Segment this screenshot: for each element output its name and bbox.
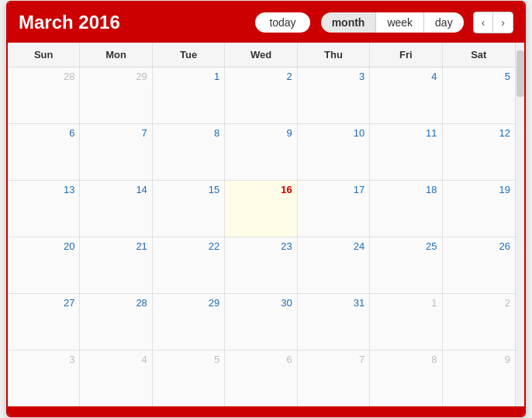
day-cell-w3d0[interactable]: 20 bbox=[8, 237, 80, 293]
day-cell-w3d5[interactable]: 25 bbox=[370, 237, 442, 293]
day-cell-w2d6[interactable]: 19 bbox=[443, 181, 515, 237]
day-cell-w2d5[interactable]: 18 bbox=[370, 181, 442, 237]
day-cell-w3d3[interactable]: 23 bbox=[225, 237, 297, 293]
day-number: 17 bbox=[302, 184, 364, 195]
day-view-button[interactable]: day bbox=[424, 12, 464, 33]
day-cell-w2d1[interactable]: 14 bbox=[80, 181, 152, 237]
day-cell-w1d4[interactable]: 10 bbox=[298, 124, 370, 180]
day-cell-w1d3[interactable]: 9 bbox=[225, 124, 297, 180]
day-header-sun: Sun bbox=[8, 43, 80, 67]
calendar-body: Sun Mon Tue Wed Thu Fri Sat 282912345678… bbox=[8, 43, 524, 406]
day-cell-w3d6[interactable]: 26 bbox=[443, 237, 515, 293]
day-cell-w0d2[interactable]: 1 bbox=[153, 67, 225, 123]
day-cell-w0d0[interactable]: 28 bbox=[8, 67, 80, 123]
day-number: 6 bbox=[230, 354, 292, 365]
calendar-container: March 2016 today month week day ‹ › Sun … bbox=[6, 1, 526, 417]
day-cell-w3d4[interactable]: 24 bbox=[298, 237, 370, 293]
day-cell-w2d4[interactable]: 17 bbox=[298, 181, 370, 237]
day-number: 1 bbox=[157, 71, 219, 82]
day-cell-w5d2[interactable]: 5 bbox=[153, 351, 225, 406]
day-number: 3 bbox=[12, 354, 74, 365]
day-cell-w5d6[interactable]: 9 bbox=[443, 351, 515, 406]
day-number: 20 bbox=[12, 240, 74, 252]
header-controls: today month week day ‹ › bbox=[254, 11, 513, 34]
day-number: 13 bbox=[12, 184, 74, 195]
day-cell-w4d5[interactable]: 1 bbox=[370, 294, 442, 350]
day-header-tue: Tue bbox=[153, 43, 225, 67]
day-number: 11 bbox=[375, 127, 437, 139]
day-cell-w5d5[interactable]: 8 bbox=[370, 351, 442, 406]
day-cell-w5d3[interactable]: 6 bbox=[225, 351, 297, 406]
next-button[interactable]: › bbox=[493, 12, 513, 33]
day-cell-w1d5[interactable]: 11 bbox=[370, 124, 442, 180]
calendar-grid: Sun Mon Tue Wed Thu Fri Sat 282912345678… bbox=[8, 43, 515, 406]
day-number: 19 bbox=[447, 184, 510, 195]
day-cell-w2d0[interactable]: 13 bbox=[8, 181, 80, 237]
day-cell-w4d3[interactable]: 30 bbox=[225, 294, 297, 350]
day-cell-w5d4[interactable]: 7 bbox=[298, 351, 370, 406]
day-number: 26 bbox=[447, 240, 510, 252]
day-header-mon: Mon bbox=[80, 43, 152, 67]
day-number: 22 bbox=[157, 240, 219, 252]
day-cell-w5d1[interactable]: 4 bbox=[80, 351, 152, 406]
day-cell-w4d0[interactable]: 27 bbox=[8, 294, 80, 350]
day-number: 29 bbox=[85, 71, 147, 82]
day-number: 9 bbox=[447, 354, 510, 365]
day-number: 23 bbox=[230, 240, 292, 252]
day-number: 28 bbox=[85, 297, 147, 309]
day-number: 25 bbox=[375, 240, 437, 252]
day-cell-w0d5[interactable]: 4 bbox=[370, 67, 442, 123]
day-number: 7 bbox=[302, 354, 364, 365]
day-cell-w1d0[interactable]: 6 bbox=[8, 124, 80, 180]
prev-button[interactable]: ‹ bbox=[474, 12, 494, 33]
day-header-wed: Wed bbox=[225, 43, 297, 67]
day-cell-w2d3[interactable]: 16 bbox=[225, 181, 297, 237]
day-number: 15 bbox=[157, 184, 219, 195]
day-header-fri: Fri bbox=[370, 43, 442, 67]
week-row-1: 6789101112 bbox=[8, 124, 515, 181]
week-row-3: 20212223242526 bbox=[8, 237, 515, 294]
week-row-0: 282912345 bbox=[8, 67, 515, 124]
day-cell-w1d6[interactable]: 12 bbox=[443, 124, 515, 180]
nav-buttons: ‹ › bbox=[473, 12, 513, 33]
month-view-button[interactable]: month bbox=[321, 12, 377, 33]
day-cell-w0d3[interactable]: 2 bbox=[225, 67, 297, 123]
scrollbar-thumb[interactable] bbox=[516, 50, 524, 97]
day-number: 2 bbox=[230, 71, 292, 82]
day-cell-w4d6[interactable]: 2 bbox=[443, 294, 515, 350]
day-number: 31 bbox=[302, 297, 364, 309]
day-number: 1 bbox=[375, 297, 437, 309]
day-cell-w3d1[interactable]: 21 bbox=[80, 237, 152, 293]
week-row-2: 13141516171819 bbox=[8, 181, 515, 237]
weeks-container: 2829123456789101112131415161718192021222… bbox=[8, 67, 515, 406]
calendar-title: March 2016 bbox=[19, 12, 120, 33]
day-number: 29 bbox=[157, 297, 219, 309]
day-header-sat: Sat bbox=[443, 43, 515, 67]
calendar-header: March 2016 today month week day ‹ › bbox=[8, 2, 524, 43]
day-number: 4 bbox=[85, 354, 147, 365]
day-cell-w1d1[interactable]: 7 bbox=[80, 124, 152, 180]
day-number: 8 bbox=[375, 354, 437, 365]
day-cell-w4d1[interactable]: 28 bbox=[80, 294, 152, 350]
today-button[interactable]: today bbox=[254, 11, 311, 34]
day-number: 8 bbox=[157, 127, 219, 139]
day-number: 2 bbox=[447, 297, 510, 309]
day-number: 6 bbox=[12, 127, 74, 139]
day-cell-w3d2[interactable]: 22 bbox=[153, 237, 225, 293]
day-cell-w0d6[interactable]: 5 bbox=[443, 67, 515, 123]
day-cell-w0d4[interactable]: 3 bbox=[298, 67, 370, 123]
day-cell-w4d2[interactable]: 29 bbox=[153, 294, 225, 350]
day-cell-w4d4[interactable]: 31 bbox=[298, 294, 370, 350]
scrollbar-track[interactable] bbox=[515, 43, 524, 406]
view-buttons: month week day bbox=[320, 11, 465, 34]
calendar-footer bbox=[8, 406, 524, 416]
day-number: 4 bbox=[375, 71, 437, 82]
day-number: 27 bbox=[12, 297, 74, 309]
week-view-button[interactable]: week bbox=[376, 12, 424, 33]
day-number: 9 bbox=[230, 127, 292, 139]
day-cell-w1d2[interactable]: 8 bbox=[153, 124, 225, 180]
day-number: 24 bbox=[302, 240, 364, 252]
day-cell-w5d0[interactable]: 3 bbox=[8, 351, 80, 406]
day-cell-w2d2[interactable]: 15 bbox=[153, 181, 225, 237]
day-cell-w0d1[interactable]: 29 bbox=[80, 67, 152, 123]
